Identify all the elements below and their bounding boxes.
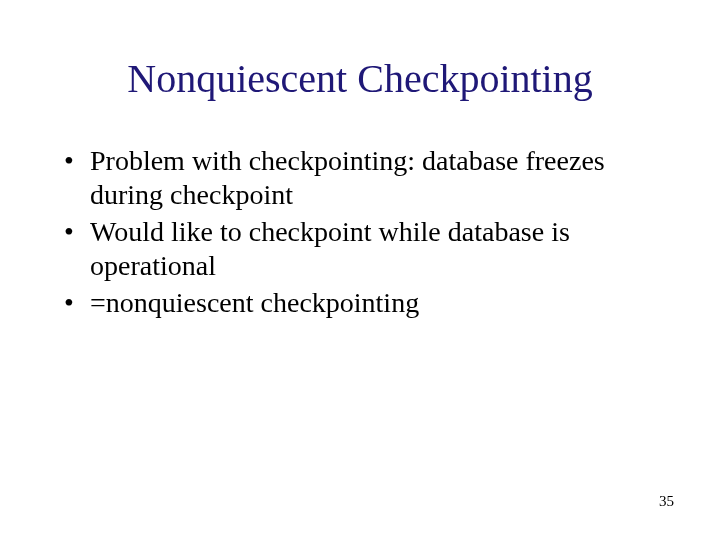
- slide: Nonquiescent Checkpointing Problem with …: [0, 0, 720, 540]
- page-number: 35: [659, 493, 674, 510]
- slide-title: Nonquiescent Checkpointing: [50, 55, 670, 102]
- list-item: =nonquiescent checkpointing: [60, 286, 670, 320]
- list-item: Would like to checkpoint while database …: [60, 215, 670, 282]
- list-item: Problem with checkpointing: database fre…: [60, 144, 670, 211]
- bullet-list: Problem with checkpointing: database fre…: [50, 144, 670, 320]
